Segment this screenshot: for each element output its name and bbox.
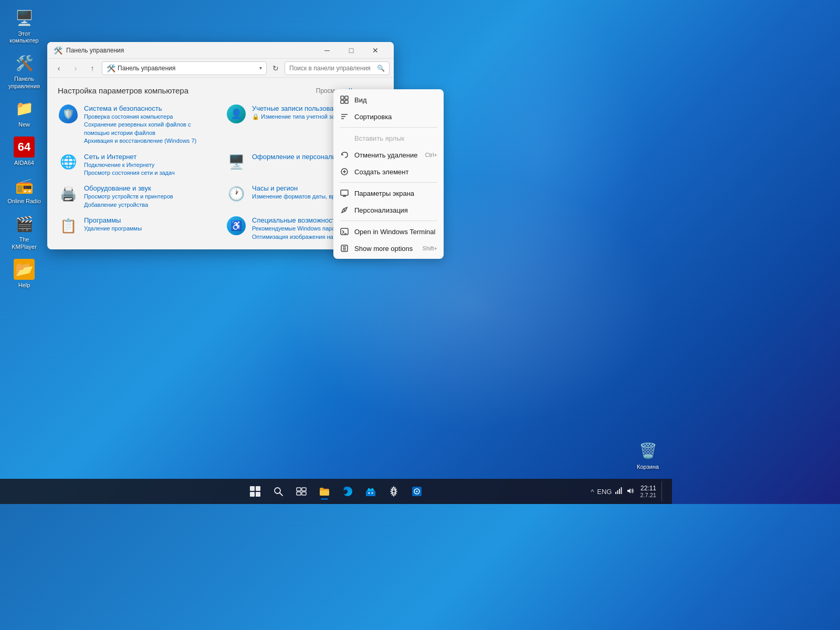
address-dropdown-arrow[interactable]: ▾ <box>259 65 262 71</box>
appearance-icon: 🖥️ <box>226 152 247 173</box>
svg-rect-30 <box>320 490 329 496</box>
system-security-title[interactable]: Система и безопасность <box>84 104 162 112</box>
svg-rect-1 <box>345 96 348 99</box>
search-box[interactable]: 🔍 <box>285 61 390 75</box>
refresh-button[interactable]: ↻ <box>269 61 282 75</box>
svg-rect-20 <box>250 486 255 491</box>
programs-title[interactable]: Программы <box>84 216 121 224</box>
ctx-item-show-more[interactable]: Show more options Shift+ <box>333 240 444 257</box>
search-input[interactable] <box>289 65 375 72</box>
system-link-2[interactable]: Сохранение резервных копий файлов с помо… <box>84 121 215 137</box>
tray-arrow-icon[interactable]: ^ <box>591 488 594 496</box>
ctx-item-personalization[interactable]: Персонализация <box>333 202 444 218</box>
address-folder-icon: 🛠️ <box>107 64 116 72</box>
system-link-1[interactable]: Проверка состояния компьютера <box>84 113 215 121</box>
desktop-icon-online-radio[interactable]: 📻 Online Radio <box>5 173 43 207</box>
control-panel-icon: 🛠️ <box>14 52 35 74</box>
ctx-show-more-label: Show more options <box>354 245 417 253</box>
ctx-item-undo-delete[interactable]: Отменить удаление Ctrl+ <box>333 146 444 163</box>
desktop-icon-kmplayer[interactable]: 🎬 The KMPlayer <box>5 211 43 252</box>
network-link-1[interactable]: Подключение к Интернету <box>84 161 175 169</box>
ctx-item-sort[interactable]: Сортировка <box>333 108 444 125</box>
accessibility-icon: ♿ <box>226 215 247 236</box>
address-box[interactable]: 🛠️ Панель управления ▾ <box>102 61 267 75</box>
task-view-button[interactable] <box>291 481 312 502</box>
online-radio-label: Online Radio <box>7 198 41 205</box>
hardware-title[interactable]: Оборудование и звук <box>84 184 151 192</box>
svg-rect-0 <box>341 96 344 99</box>
ctx-item-view[interactable]: Вид <box>333 91 444 108</box>
hardware-link-1[interactable]: Просмотр устройств и принтеров <box>84 193 173 201</box>
window-titlebar: 🛠️ Панель управления ─ □ ✕ <box>47 42 394 59</box>
svg-rect-21 <box>256 486 260 491</box>
svg-rect-41 <box>621 487 622 494</box>
svg-rect-23 <box>256 492 260 497</box>
forward-button[interactable]: › <box>68 61 83 76</box>
aida64-label: AIDA64 <box>14 160 34 166</box>
new-folder-icon: 📁 <box>14 98 35 119</box>
back-button[interactable]: ‹ <box>51 61 66 76</box>
desktop-icon-new-folder[interactable]: 📁 New <box>5 96 43 130</box>
cp-item-system-security[interactable]: 🛡️ Система и безопасность Проверка состо… <box>58 103 215 145</box>
hardware-icon: 🖨️ <box>58 183 79 204</box>
desktop-icon-this-pc[interactable]: 🖥️ Этот компьютер <box>5 5 43 46</box>
lang-indicator[interactable]: ENG <box>597 488 612 496</box>
volume-tray-icon[interactable] <box>626 487 635 497</box>
search-icon[interactable]: 🔍 <box>377 65 385 72</box>
ctx-item-open-terminal[interactable]: Open in Windows Terminal <box>333 223 444 240</box>
svg-rect-28 <box>297 492 301 495</box>
svg-rect-10 <box>341 190 348 195</box>
maximize-button[interactable]: □ <box>339 42 363 59</box>
hardware-link-2[interactable]: Добавление устройства <box>84 201 173 209</box>
clock-time: 22:11 <box>640 485 656 492</box>
network-icon: 🌐 <box>58 152 79 173</box>
help-label: Help <box>18 282 30 289</box>
view-icon <box>340 95 349 104</box>
programs-link-1[interactable]: Удаление программы <box>84 225 142 233</box>
ctx-display-label: Параметры экрана <box>354 190 437 197</box>
system-clock[interactable]: 22:11 2.7.21 <box>638 485 658 498</box>
ctx-undo-label: Отменить удаление <box>354 151 419 159</box>
desktop-icon-aida64[interactable]: 64 AIDA64 <box>5 134 43 169</box>
ctx-item-create-element[interactable]: Создать элемент <box>333 163 444 180</box>
store-button[interactable] <box>360 481 381 502</box>
search-button[interactable] <box>268 481 289 502</box>
help-icon: 📂 <box>14 259 35 280</box>
system-link-3[interactable]: Архивация и восстановление (Windows 7) <box>84 137 215 145</box>
svg-rect-29 <box>302 492 306 495</box>
cp-item-network[interactable]: 🌐 Сеть и Интернет Подключение к Интернет… <box>58 152 215 177</box>
media-player-button[interactable] <box>406 481 427 502</box>
clock-title[interactable]: Часы и регион <box>252 184 298 192</box>
window-title: Панель управления <box>66 47 315 54</box>
start-button[interactable] <box>245 481 266 502</box>
svg-rect-3 <box>345 100 348 103</box>
cp-item-programs[interactable]: 📋 Программы Удаление программы <box>58 215 215 241</box>
ctx-view-label: Вид <box>354 96 437 104</box>
svg-point-37 <box>416 491 418 492</box>
network-title[interactable]: Сеть и Интернет <box>84 153 136 161</box>
minimize-button[interactable]: ─ <box>315 42 339 59</box>
window-app-icon: 🛠️ <box>54 46 62 55</box>
ctx-item-display-settings[interactable]: Параметры экрана <box>333 185 444 202</box>
svg-rect-31 <box>366 491 375 496</box>
desktop-icon-help[interactable]: 📂 Help <box>5 257 43 291</box>
desktop-icon-control-panel[interactable]: 🛠️ Панель управления <box>5 50 43 91</box>
svg-point-33 <box>372 492 373 494</box>
settings-button[interactable] <box>383 481 404 502</box>
up-button[interactable]: ↑ <box>85 61 100 76</box>
edge-browser-button[interactable] <box>337 481 358 502</box>
close-button[interactable]: ✕ <box>363 42 387 59</box>
svg-rect-38 <box>615 492 616 494</box>
svg-marker-42 <box>627 488 631 494</box>
cp-item-hardware[interactable]: 🖨️ Оборудование и звук Просмотр устройст… <box>58 183 215 209</box>
ctx-show-more-shortcut: Shift+ <box>423 245 437 251</box>
file-explorer-button[interactable] <box>314 481 335 502</box>
ctx-sort-label: Сортировка <box>354 113 437 121</box>
accessibility-title[interactable]: Специальные возможности <box>252 216 339 224</box>
ctx-separator-2 <box>340 182 437 183</box>
network-link-2[interactable]: Просмотр состояния сети и задач <box>84 169 175 177</box>
show-desktop-button[interactable] <box>662 481 666 502</box>
desktop-icon-recycle-bin[interactable]: 🗑️ Корзина <box>629 438 667 472</box>
network-tray-icon[interactable] <box>615 487 623 497</box>
desktop-icons-left: 🖥️ Этот компьютер 🛠️ Панель управления 📁… <box>5 5 43 291</box>
